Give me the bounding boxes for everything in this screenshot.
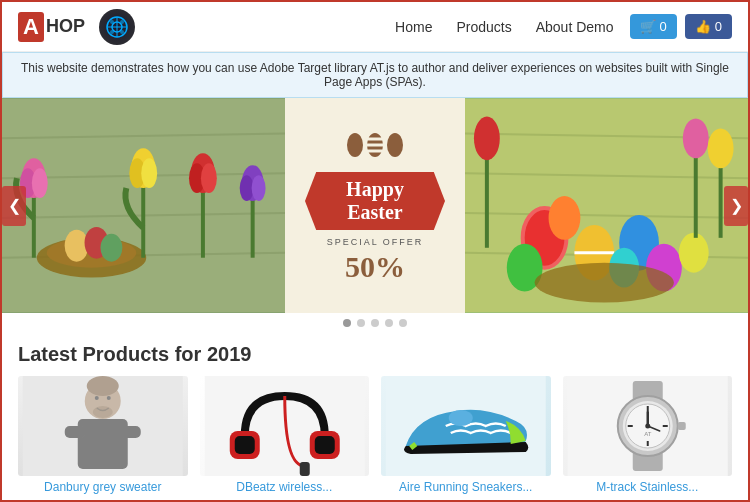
product-name-4: M-track Stainless... <box>596 480 698 494</box>
left-panel-art <box>2 98 285 313</box>
svg-point-18 <box>100 234 122 262</box>
carousel-dot-3[interactable] <box>371 319 379 327</box>
like-count: 0 <box>715 19 722 34</box>
svg-point-35 <box>347 133 363 157</box>
logo[interactable]: A HOP <box>18 12 85 42</box>
discount-text: 50% <box>345 250 405 284</box>
header: A HOP Home Products About Demo 🛒 0 <box>2 2 748 52</box>
svg-rect-77 <box>299 462 309 476</box>
nav-home[interactable]: Home <box>395 19 432 35</box>
svg-point-22 <box>32 168 48 198</box>
svg-point-4 <box>110 20 114 24</box>
svg-point-62 <box>473 116 499 160</box>
nav-products[interactable]: Products <box>456 19 511 35</box>
svg-point-53 <box>548 196 580 240</box>
products-grid: Danbury grey sweater <box>18 376 732 494</box>
svg-point-60 <box>707 128 733 168</box>
svg-rect-76 <box>314 436 334 454</box>
product-name-1: Danbury grey sweater <box>44 480 161 494</box>
logo-area: A HOP <box>18 9 395 45</box>
product-image-3 <box>381 376 551 476</box>
svg-rect-86 <box>677 422 685 430</box>
svg-point-40 <box>387 133 403 157</box>
svg-point-79 <box>449 410 473 426</box>
carousel-prev-button[interactable]: ❮ <box>2 186 26 226</box>
product-card-3[interactable]: Aire Running Sneakers... <box>381 376 551 494</box>
product-name-3: Aire Running Sneakers... <box>399 480 532 494</box>
carousel-next-button[interactable]: ❯ <box>724 186 748 226</box>
carousel-center-panel: Happy Easter SPECIAL OFFER 50% <box>285 98 464 313</box>
svg-point-34 <box>252 175 266 201</box>
header-icons: 🛒 0 👍 0 <box>630 14 732 39</box>
nav-about-demo[interactable]: About Demo <box>536 19 614 35</box>
nav: Home Products About Demo <box>395 19 613 35</box>
products-section: Latest Products for 2019 <box>2 331 748 502</box>
svg-rect-65 <box>78 419 128 469</box>
info-banner: This website demonstrates how you can us… <box>2 52 748 98</box>
carousel-dot-1[interactable] <box>343 319 351 327</box>
svg-point-56 <box>534 263 673 303</box>
like-icon: 👍 <box>695 19 711 34</box>
svg-point-93 <box>645 424 650 429</box>
svg-point-69 <box>107 396 111 400</box>
like-button[interactable]: 👍 0 <box>685 14 732 39</box>
svg-point-5 <box>120 20 124 24</box>
product-card-2[interactable]: DBeatz wireless... <box>200 376 370 494</box>
right-panel-art <box>465 98 748 313</box>
easter-ribbon: Happy Easter <box>305 172 445 230</box>
logo-letter-a: A <box>18 12 44 42</box>
svg-rect-67 <box>121 426 141 438</box>
svg-point-26 <box>141 158 157 188</box>
svg-point-58 <box>682 118 708 158</box>
carousel-dot-2[interactable] <box>357 319 365 327</box>
cart-icon: 🛒 <box>640 19 656 34</box>
products-section-title: Latest Products for 2019 <box>18 343 732 366</box>
svg-point-33 <box>240 175 254 201</box>
product-card-1[interactable]: Danbury grey sweater <box>18 376 188 494</box>
svg-point-71 <box>87 376 119 396</box>
product-image-2 <box>200 376 370 476</box>
easter-eggs-icons <box>345 127 405 162</box>
info-banner-text: This website demonstrates how you can us… <box>21 61 729 89</box>
product-card-4[interactable]: AT M-track Stainless... <box>563 376 733 494</box>
svg-rect-74 <box>234 436 254 454</box>
cart-count: 0 <box>660 19 667 34</box>
svg-point-7 <box>120 30 124 34</box>
svg-point-68 <box>95 396 99 400</box>
product-image-1 <box>18 376 188 476</box>
product-image-4: AT <box>563 376 733 476</box>
svg-point-55 <box>678 233 708 273</box>
product-name-2: DBeatz wireless... <box>236 480 332 494</box>
cart-button[interactable]: 🛒 0 <box>630 14 677 39</box>
carousel-left-panel <box>2 98 285 313</box>
carousel-dot-4[interactable] <box>385 319 393 327</box>
svg-text:AT: AT <box>644 431 652 437</box>
carousel-inner: Happy Easter SPECIAL OFFER 50% <box>2 98 748 313</box>
svg-point-70 <box>93 406 113 418</box>
svg-point-6 <box>110 30 114 34</box>
logo-shop-text: HOP <box>46 16 85 37</box>
special-offer-text: SPECIAL OFFER <box>327 237 424 247</box>
logo-icon <box>99 9 135 45</box>
svg-point-30 <box>201 163 217 193</box>
svg-rect-66 <box>65 426 85 438</box>
carousel-right-panel <box>465 98 748 313</box>
happy-easter-text: Happy Easter <box>323 178 427 224</box>
carousel-dot-5[interactable] <box>399 319 407 327</box>
carousel: ❮ <box>2 98 748 313</box>
carousel-dots <box>2 313 748 331</box>
